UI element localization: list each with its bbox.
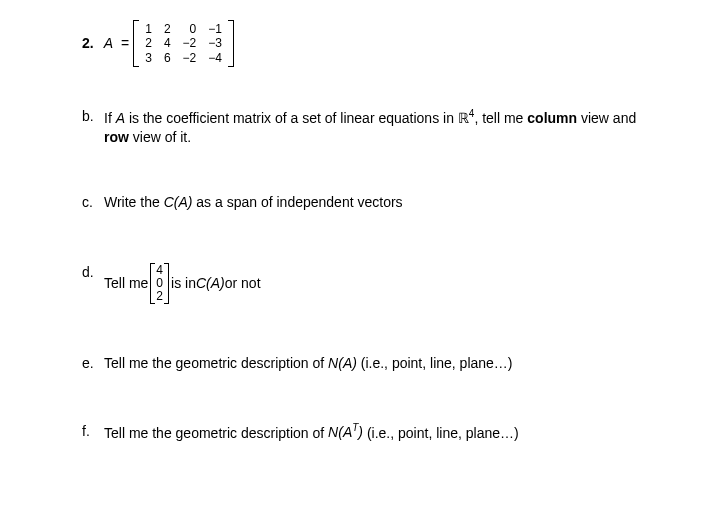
text-fragment: If xyxy=(104,110,116,126)
vector-body: 4 0 2 xyxy=(154,264,165,304)
item-c-label: c. xyxy=(82,193,104,213)
item-d-text: Tell me 4 0 2 is in C(A) or not xyxy=(104,263,657,305)
equals-sign: = xyxy=(121,34,129,54)
text-fragment: or not xyxy=(225,274,261,294)
item-b: b. If A is the coefficient matrix of a s… xyxy=(82,107,657,148)
bold-column: column xyxy=(527,110,577,126)
text-fragment: Write the xyxy=(104,194,164,210)
matrix-row: 1 2 0 −1 xyxy=(139,22,228,36)
n-of-a-transpose: N(AT) xyxy=(328,424,363,440)
item-b-text: If A is the coefficient matrix of a set … xyxy=(104,107,657,148)
text-fragment: (i.e., point, line, plane…) xyxy=(357,355,513,371)
matrix-cell: 6 xyxy=(158,51,177,65)
vector-cell: 2 xyxy=(154,290,165,303)
matrix-expression: A = 1 2 0 −1 2 4 −2 −3 3 6 −2 xyxy=(104,20,234,67)
text-fragment: Tell me the geometric description of xyxy=(104,355,328,371)
matrix-body: 1 2 0 −1 2 4 −2 −3 3 6 −2 −4 xyxy=(139,22,228,65)
real-symbol: ℝ xyxy=(458,111,469,126)
text-fragment: Tell me xyxy=(104,274,148,294)
matrix-cell: 2 xyxy=(139,36,158,50)
n-of-a: N(A) xyxy=(328,355,357,371)
item-d-label: d. xyxy=(82,263,104,283)
vector-cell: 0 xyxy=(154,277,165,290)
c-of-a: C(A) xyxy=(164,194,193,210)
bold-row: row xyxy=(104,129,129,145)
matrix-cell: −2 xyxy=(177,36,203,50)
item-e: e. Tell me the geometric description of … xyxy=(82,354,657,374)
item-c-text: Write the C(A) as a span of independent … xyxy=(104,193,657,213)
problem-2-label: 2. xyxy=(82,34,94,54)
italic-A: A xyxy=(116,110,125,126)
matrix-cell: 3 xyxy=(139,51,158,65)
item-e-text: Tell me the geometric description of N(A… xyxy=(104,354,657,374)
matrix-cell: −4 xyxy=(202,51,228,65)
text-fragment: view and xyxy=(577,110,636,126)
text-fragment: , tell me xyxy=(474,110,527,126)
item-b-label: b. xyxy=(82,107,104,127)
text-fragment: view of it. xyxy=(129,129,191,145)
text-fragment: (i.e., point, line, plane…) xyxy=(363,424,519,440)
item-c: c. Write the C(A) as a span of independe… xyxy=(82,193,657,213)
nat-open: N(A xyxy=(328,424,352,440)
text-fragment: Tell me the geometric description of xyxy=(104,424,328,440)
problem-2-header: 2. A = 1 2 0 −1 2 4 −2 −3 3 6 xyxy=(82,20,657,67)
matrix-cell: −1 xyxy=(202,22,228,36)
matrix-cell: 1 xyxy=(139,22,158,36)
matrix-cell: −3 xyxy=(202,36,228,50)
matrix-cell: −2 xyxy=(177,51,203,65)
matrix-row: 3 6 −2 −4 xyxy=(139,51,228,65)
column-vector: 4 0 2 xyxy=(150,263,169,305)
c-of-a: C(A) xyxy=(196,274,225,294)
matrix-row: 2 4 −2 −3 xyxy=(139,36,228,50)
vector-cell: 4 xyxy=(154,264,165,277)
matrix-cell: 4 xyxy=(158,36,177,50)
item-e-label: e. xyxy=(82,354,104,374)
item-d: d. Tell me 4 0 2 is in C(A) or not xyxy=(82,263,657,305)
item-f-label: f. xyxy=(82,422,104,442)
matrix-variable: A xyxy=(104,34,113,54)
text-fragment: is in xyxy=(171,274,196,294)
matrix-cell: 0 xyxy=(177,22,203,36)
text-fragment: is the coefficient matrix of a set of li… xyxy=(125,110,458,126)
item-f-text: Tell me the geometric description of N(A… xyxy=(104,422,657,443)
matrix-cell: 2 xyxy=(158,22,177,36)
matrix-A: 1 2 0 −1 2 4 −2 −3 3 6 −2 −4 xyxy=(133,20,234,67)
text-fragment: as a span of independent vectors xyxy=(192,194,402,210)
item-f: f. Tell me the geometric description of … xyxy=(82,422,657,443)
